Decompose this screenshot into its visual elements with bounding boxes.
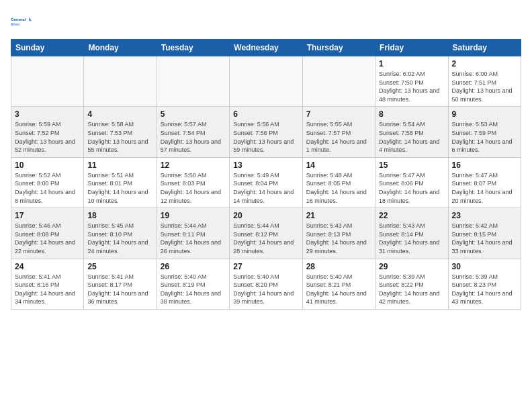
day-number: 6 — [233, 109, 298, 119]
calendar-day-cell: 10Sunrise: 5:52 AM Sunset: 8:00 PM Dayli… — [11, 157, 84, 208]
day-number: 9 — [452, 109, 517, 119]
calendar-day-cell: 20Sunrise: 5:44 AM Sunset: 8:12 PM Dayli… — [230, 208, 302, 259]
calendar-day-cell: 14Sunrise: 5:48 AM Sunset: 8:05 PM Dayli… — [302, 157, 375, 208]
svg-text:General: General — [11, 17, 26, 21]
day-number: 8 — [379, 109, 444, 119]
day-info: Sunrise: 5:44 AM Sunset: 8:12 PM Dayligh… — [233, 222, 298, 255]
day-number: 28 — [306, 262, 371, 271]
day-info: Sunrise: 5:45 AM Sunset: 8:10 PM Dayligh… — [87, 222, 152, 255]
calendar-day-cell: 18Sunrise: 5:45 AM Sunset: 8:10 PM Dayli… — [84, 208, 157, 259]
day-header: Friday — [375, 40, 448, 56]
day-info: Sunrise: 5:47 AM Sunset: 8:06 PM Dayligh… — [379, 171, 444, 205]
calendar-day-cell — [84, 56, 157, 107]
day-info: Sunrise: 5:43 AM Sunset: 8:13 PM Dayligh… — [306, 222, 371, 255]
header: GeneralBlue — [11, 11, 521, 32]
day-info: Sunrise: 5:41 AM Sunset: 8:17 PM Dayligh… — [87, 273, 152, 306]
day-header: Saturday — [448, 40, 521, 56]
day-number: 25 — [87, 262, 152, 271]
day-header: Thursday — [302, 40, 375, 56]
day-number: 21 — [306, 211, 371, 220]
logo: GeneralBlue — [11, 11, 32, 32]
calendar-day-cell: 4Sunrise: 5:58 AM Sunset: 7:53 PM Daylig… — [84, 107, 157, 157]
day-number: 2 — [452, 59, 517, 68]
calendar-day-cell: 2Sunrise: 6:00 AM Sunset: 7:51 PM Daylig… — [448, 56, 521, 107]
calendar-day-cell: 13Sunrise: 5:49 AM Sunset: 8:04 PM Dayli… — [230, 157, 302, 208]
calendar-day-cell: 5Sunrise: 5:57 AM Sunset: 7:54 PM Daylig… — [157, 107, 229, 157]
calendar-week-row: 10Sunrise: 5:52 AM Sunset: 8:00 PM Dayli… — [11, 157, 521, 208]
svg-text:Blue: Blue — [11, 22, 20, 26]
calendar-day-cell: 24Sunrise: 5:41 AM Sunset: 8:16 PM Dayli… — [11, 259, 84, 309]
day-number: 22 — [379, 211, 444, 220]
day-header: Tuesday — [157, 40, 229, 56]
calendar-day-cell: 23Sunrise: 5:42 AM Sunset: 8:15 PM Dayli… — [448, 208, 521, 259]
calendar-day-cell: 21Sunrise: 5:43 AM Sunset: 8:13 PM Dayli… — [302, 208, 375, 259]
day-info: Sunrise: 5:43 AM Sunset: 8:14 PM Dayligh… — [379, 222, 444, 255]
calendar-day-cell: 6Sunrise: 5:56 AM Sunset: 7:56 PM Daylig… — [230, 107, 302, 157]
calendar-day-cell — [230, 56, 302, 107]
calendar-week-row: 3Sunrise: 5:59 AM Sunset: 7:52 PM Daylig… — [11, 107, 521, 157]
calendar-day-cell: 8Sunrise: 5:54 AM Sunset: 7:58 PM Daylig… — [375, 107, 448, 157]
day-info: Sunrise: 5:55 AM Sunset: 7:57 PM Dayligh… — [306, 120, 371, 154]
day-info: Sunrise: 5:46 AM Sunset: 8:08 PM Dayligh… — [15, 222, 80, 255]
calendar-day-cell: 7Sunrise: 5:55 AM Sunset: 7:57 PM Daylig… — [302, 107, 375, 157]
calendar: SundayMondayTuesdayWednesdayThursdayFrid… — [11, 39, 521, 310]
day-number: 18 — [87, 211, 152, 220]
day-info: Sunrise: 5:58 AM Sunset: 7:53 PM Dayligh… — [87, 120, 152, 154]
calendar-day-cell: 1Sunrise: 6:02 AM Sunset: 7:50 PM Daylig… — [375, 56, 448, 107]
day-number: 16 — [452, 161, 517, 170]
day-number: 10 — [15, 161, 80, 170]
day-number: 4 — [87, 109, 152, 119]
calendar-day-cell: 22Sunrise: 5:43 AM Sunset: 8:14 PM Dayli… — [375, 208, 448, 259]
day-number: 26 — [161, 262, 226, 271]
calendar-day-cell: 11Sunrise: 5:51 AM Sunset: 8:01 PM Dayli… — [84, 157, 157, 208]
day-info: Sunrise: 5:59 AM Sunset: 7:52 PM Dayligh… — [15, 120, 80, 154]
calendar-day-cell: 28Sunrise: 5:40 AM Sunset: 8:21 PM Dayli… — [302, 259, 375, 309]
calendar-day-cell: 15Sunrise: 5:47 AM Sunset: 8:06 PM Dayli… — [375, 157, 448, 208]
day-info: Sunrise: 5:39 AM Sunset: 8:22 PM Dayligh… — [379, 273, 444, 306]
day-number: 13 — [233, 161, 298, 170]
calendar-week-row: 17Sunrise: 5:46 AM Sunset: 8:08 PM Dayli… — [11, 208, 521, 259]
svg-marker-2 — [29, 17, 32, 21]
day-info: Sunrise: 5:47 AM Sunset: 8:07 PM Dayligh… — [452, 171, 517, 205]
calendar-day-cell: 17Sunrise: 5:46 AM Sunset: 8:08 PM Dayli… — [11, 208, 84, 259]
day-number: 15 — [379, 161, 444, 170]
day-info: Sunrise: 5:40 AM Sunset: 8:20 PM Dayligh… — [233, 273, 298, 306]
calendar-header-row: SundayMondayTuesdayWednesdayThursdayFrid… — [11, 40, 521, 56]
day-number: 17 — [15, 211, 80, 220]
day-info: Sunrise: 5:44 AM Sunset: 8:11 PM Dayligh… — [161, 222, 226, 255]
day-number: 24 — [15, 262, 80, 271]
calendar-day-cell: 12Sunrise: 5:50 AM Sunset: 8:03 PM Dayli… — [157, 157, 229, 208]
day-info: Sunrise: 5:41 AM Sunset: 8:16 PM Dayligh… — [15, 273, 80, 306]
day-number: 11 — [87, 161, 152, 170]
day-header: Sunday — [11, 40, 84, 56]
day-info: Sunrise: 5:57 AM Sunset: 7:54 PM Dayligh… — [161, 120, 226, 154]
day-number: 29 — [379, 262, 444, 271]
calendar-day-cell: 16Sunrise: 5:47 AM Sunset: 8:07 PM Dayli… — [448, 157, 521, 208]
day-info: Sunrise: 5:40 AM Sunset: 8:19 PM Dayligh… — [161, 273, 226, 306]
day-info: Sunrise: 5:56 AM Sunset: 7:56 PM Dayligh… — [233, 120, 298, 154]
day-number: 20 — [233, 211, 298, 220]
day-header: Monday — [84, 40, 157, 56]
calendar-day-cell: 25Sunrise: 5:41 AM Sunset: 8:17 PM Dayli… — [84, 259, 157, 309]
day-number: 23 — [452, 211, 517, 220]
day-header: Wednesday — [230, 40, 302, 56]
day-number: 12 — [161, 161, 226, 170]
calendar-day-cell — [157, 56, 229, 107]
day-number: 5 — [161, 109, 226, 119]
day-info: Sunrise: 5:49 AM Sunset: 8:04 PM Dayligh… — [233, 171, 298, 205]
calendar-day-cell: 29Sunrise: 5:39 AM Sunset: 8:22 PM Dayli… — [375, 259, 448, 309]
calendar-day-cell: 26Sunrise: 5:40 AM Sunset: 8:19 PM Dayli… — [157, 259, 229, 309]
day-info: Sunrise: 5:54 AM Sunset: 7:58 PM Dayligh… — [379, 120, 444, 154]
calendar-week-row: 24Sunrise: 5:41 AM Sunset: 8:16 PM Dayli… — [11, 259, 521, 309]
day-info: Sunrise: 5:53 AM Sunset: 7:59 PM Dayligh… — [452, 120, 517, 154]
calendar-week-row: 1Sunrise: 6:02 AM Sunset: 7:50 PM Daylig… — [11, 56, 521, 107]
calendar-day-cell: 3Sunrise: 5:59 AM Sunset: 7:52 PM Daylig… — [11, 107, 84, 157]
day-info: Sunrise: 5:50 AM Sunset: 8:03 PM Dayligh… — [161, 171, 226, 205]
calendar-day-cell: 30Sunrise: 5:39 AM Sunset: 8:23 PM Dayli… — [448, 259, 521, 309]
calendar-day-cell: 9Sunrise: 5:53 AM Sunset: 7:59 PM Daylig… — [448, 107, 521, 157]
logo-icon: GeneralBlue — [11, 11, 32, 32]
day-info: Sunrise: 5:48 AM Sunset: 8:05 PM Dayligh… — [306, 171, 371, 205]
day-number: 3 — [15, 109, 80, 119]
day-info: Sunrise: 5:42 AM Sunset: 8:15 PM Dayligh… — [452, 222, 517, 255]
day-info: Sunrise: 5:40 AM Sunset: 8:21 PM Dayligh… — [306, 273, 371, 306]
